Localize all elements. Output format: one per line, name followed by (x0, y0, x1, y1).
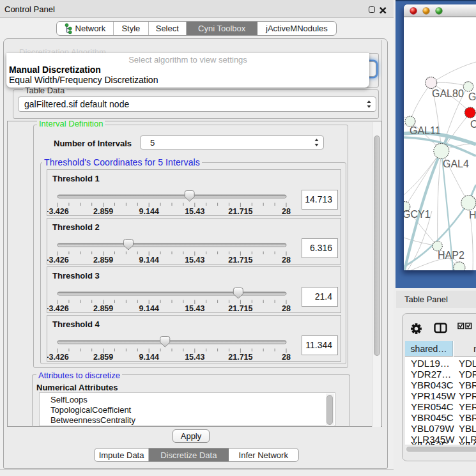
svg-text:-3.426: -3.426 (47, 256, 69, 265)
svg-text:-3.426: -3.426 (47, 304, 69, 313)
svg-text:15.43: 15.43 (185, 353, 204, 362)
svg-text:GAL11: GAL11 (410, 125, 441, 136)
svg-text:15.43: 15.43 (185, 256, 204, 265)
svg-text:21.715: 21.715 (228, 256, 252, 265)
svg-text:-3.426: -3.426 (47, 207, 69, 216)
svg-text:2.859: 2.859 (93, 207, 113, 216)
svg-text:21.715: 21.715 (228, 304, 252, 313)
svg-text:15.43: 15.43 (185, 207, 204, 216)
svg-text:GAL80: GAL80 (432, 88, 464, 99)
svg-text:-3.426: -3.426 (47, 353, 69, 362)
svg-text:2.859: 2.859 (93, 353, 113, 362)
svg-text:GAL4: GAL4 (443, 158, 469, 169)
svg-text:15.43: 15.43 (185, 304, 204, 313)
svg-text:21.715: 21.715 (228, 207, 252, 216)
svg-text:9.144: 9.144 (139, 207, 159, 216)
svg-text:2.859: 2.859 (93, 304, 113, 313)
svg-text:9.144: 9.144 (139, 256, 159, 265)
svg-text:HAP2: HAP2 (438, 250, 464, 261)
svg-text:9.144: 9.144 (139, 304, 159, 313)
svg-text:CY: CY (470, 119, 476, 130)
svg-text:9.144: 9.144 (139, 353, 159, 362)
svg-text:GCY1: GCY1 (404, 209, 431, 220)
svg-text:28: 28 (282, 207, 291, 216)
svg-text:GA: GA (468, 91, 476, 102)
svg-text:28: 28 (282, 304, 291, 313)
svg-text:21.715: 21.715 (228, 353, 252, 362)
svg-text:H: H (469, 210, 476, 220)
svg-text:28: 28 (282, 353, 291, 362)
svg-text:28: 28 (282, 256, 291, 265)
svg-text:2.859: 2.859 (93, 256, 113, 265)
